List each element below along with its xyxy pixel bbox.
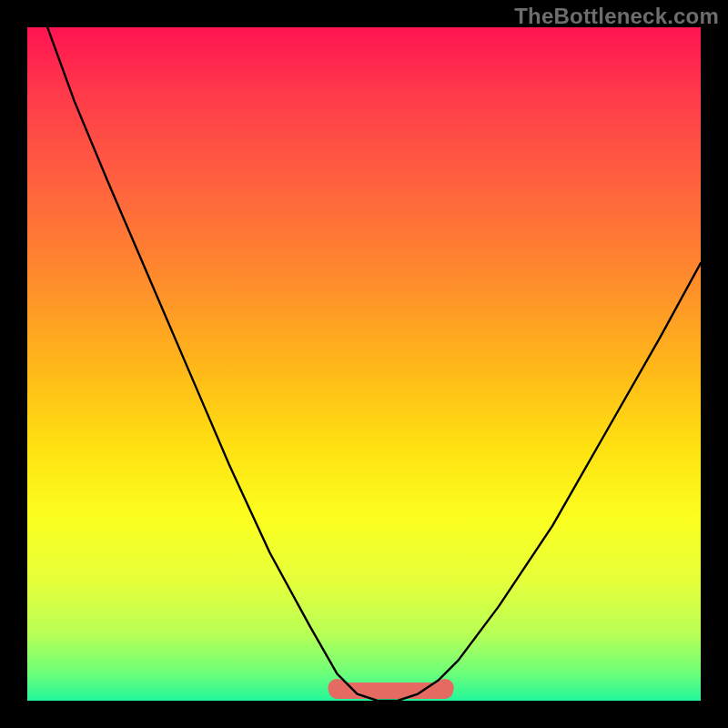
chart-overlay — [27, 27, 701, 701]
plot-area — [27, 27, 701, 701]
chart-frame: TheBottleneck.com — [0, 0, 728, 728]
watermark-text: TheBottleneck.com — [514, 4, 719, 29]
bottleneck-curve — [47, 27, 701, 701]
